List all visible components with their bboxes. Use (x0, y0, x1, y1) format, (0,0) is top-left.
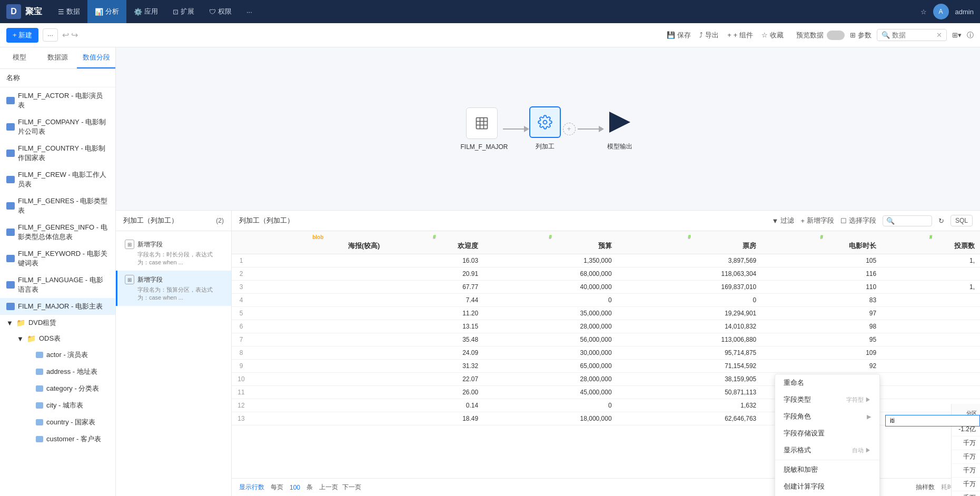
component-button[interactable]: + + 组件 (727, 31, 753, 40)
select-field-button[interactable]: ☐ 选择字段 (840, 216, 876, 225)
cell-hb (251, 399, 385, 412)
col-header-ys[interactable]: # 预算 (483, 231, 617, 254)
sidebar-item-major[interactable]: FILM_F_MAJOR - 电影主表 (0, 298, 115, 315)
flow-connector-1 (503, 126, 529, 132)
cell-ys: 40,000,000 (483, 281, 617, 294)
save-button[interactable]: 💾 保存 (667, 31, 691, 40)
col-type-hyd: # (390, 234, 478, 240)
content-area: FILM_F_MAJOR 列加工 (116, 47, 980, 496)
more-button[interactable]: ··· (43, 28, 58, 42)
table-icon (6, 303, 15, 310)
refresh-button[interactable]: ↻ (938, 217, 944, 225)
table-icon (6, 202, 15, 210)
preview-switch[interactable] (827, 31, 845, 40)
svg-rect-0 (476, 117, 487, 128)
nav-item-analysis[interactable]: 📊 分析 (87, 0, 126, 23)
step-desc-2: 字段名为：预算分区，表达式为：case when ... (125, 286, 224, 302)
clear-search-icon[interactable]: ✕ (936, 31, 942, 39)
count-link[interactable]: 100 (290, 484, 300, 491)
undo-button[interactable]: ↩ (62, 30, 69, 40)
new-field-button[interactable]: + 新增字段 (800, 216, 834, 225)
step-item-1[interactable]: ⊞ 新增字段 字段名为：时长分段，表达式为：case when ... (116, 235, 231, 271)
ctx-field-storage[interactable]: 字段存储设置 (775, 425, 879, 442)
new-button[interactable]: + 新建 (6, 28, 38, 43)
search-input[interactable] (892, 31, 934, 39)
nav-item-apps[interactable]: ⚙️ 应用 (126, 0, 165, 23)
next-button[interactable]: 下一页 (342, 483, 361, 492)
sidebar-item-actor-dvd[interactable]: actor - 演员表 (29, 346, 115, 363)
layout-button[interactable]: ⊞▾ (952, 31, 962, 39)
ctx-display-format[interactable]: 显示格式 自动 ▶ (775, 442, 879, 459)
ctx-field-type[interactable]: 字段类型 字符型 ▶ (775, 391, 879, 408)
sidebar-item-country[interactable]: FILM_F_COUNTRY - 电影制作国家表 (0, 140, 115, 166)
sidebar-item-category[interactable]: category - 分类表 (29, 380, 115, 397)
info-button[interactable]: ⓘ (967, 31, 974, 40)
col-header-hyd[interactable]: # 欢迎度 (385, 231, 483, 254)
col-name-ys: 预算 (489, 241, 611, 251)
process-node-label: 列加工 (536, 142, 555, 151)
table-search-input[interactable] (897, 217, 928, 224)
export-button[interactable]: ⤴ 导出 (699, 31, 719, 40)
cell-hyd: 31.32 (385, 360, 483, 373)
cell-rownum: 4 (232, 294, 251, 307)
ctx-rename-input[interactable]: iti (885, 415, 980, 426)
sidebar-item-keyword[interactable]: FILM_F_KEYWORD - 电影关键词表 (0, 245, 115, 272)
cell-rownum: 5 (232, 307, 251, 320)
sidebar-item-customer[interactable]: customer - 客户表 (29, 431, 115, 448)
ctx-rename[interactable]: 重命名 (775, 374, 879, 391)
extend-icon: ⊡ (173, 8, 179, 16)
flow-node-process[interactable]: 列加工 (529, 106, 561, 151)
filter-button[interactable]: ▼ 过滤 (772, 216, 795, 225)
col-header-hb[interactable]: blob 海报(较高) (251, 231, 385, 254)
flow-node-source[interactable]: FILM_F_MAJOR (461, 107, 503, 151)
prev-button[interactable]: 上一页 (319, 483, 338, 492)
col-header-dysc[interactable]: # 电影时长 (761, 231, 882, 254)
param-button[interactable]: ⊞ 参数 (850, 31, 872, 40)
add-node-button[interactable]: + (563, 123, 576, 135)
nav-item-more[interactable]: ··· (239, 0, 260, 23)
table-row: 9 31.32 65,000,000 71,154,592 92 (232, 360, 980, 373)
steps-title: 列加工（列加工） (123, 216, 178, 225)
favorite-icon[interactable]: ☆ (920, 8, 927, 16)
sidebar-item-genres-info[interactable]: FILM_F_GENRES_INFO - 电影类型总体信息表 (0, 219, 115, 245)
table-toolbar: 列加工（列加工） ▼ 过滤 + 新增字段 ☐ 选择字段 (232, 211, 980, 231)
sidebar-item-country-dvd[interactable]: country - 国家表 (29, 414, 115, 431)
show-rows-link[interactable]: 显示行数 (239, 483, 264, 492)
steps-panel: 列加工（列加工） (2) ⊞ 新增字段 字段名为：时长分段，表达式为：case … (116, 211, 232, 496)
sidebar-item-genres[interactable]: FILM_F_GENRES - 电影类型表 (0, 193, 115, 219)
cell-ps: 1,632 (617, 399, 762, 412)
cell-ps: 62,646,763 (617, 412, 762, 425)
ctx-field-role[interactable]: 字段角色 ▶ (775, 408, 879, 425)
ctx-create-calc[interactable]: 创建计算字段 (775, 478, 879, 495)
sidebar-item-actor[interactable]: FILM_F_ACTOR - 电影演员表 (0, 87, 115, 114)
sidebar-item-company[interactable]: FILM_F_COMPANY - 电影制片公司表 (0, 114, 115, 140)
tab-datasource[interactable]: 数据源 (38, 47, 77, 68)
logo-box: D (6, 4, 21, 19)
tab-model[interactable]: 模型 (0, 47, 38, 68)
sidebar: 模型 数据源 数值分段 名称 FILM_F_ACTOR - 电影演员表 FILM… (0, 47, 116, 496)
sidebar-item-language[interactable]: FILM_F_LANGUAGE - 电影语言表 (0, 272, 115, 298)
cell-tps (882, 373, 980, 386)
cell-ys: 1,350,000 (483, 254, 617, 267)
redo-button[interactable]: ↪ (71, 30, 78, 40)
table-toolbar-title: 列加工（列加工） (239, 216, 294, 225)
col-header-ps[interactable]: # 票房 (617, 231, 762, 254)
ctx-field-type-label: 字段类型 (784, 395, 811, 404)
ctx-desensitize[interactable]: 脱敏和加密 (775, 461, 879, 478)
folder-dvd[interactable]: ▼ 📁 DVD租赁 (0, 315, 115, 331)
sidebar-item-address[interactable]: address - 地址表 (29, 363, 115, 380)
collect-button[interactable]: ☆ 收藏 (761, 31, 784, 40)
toolbar-center: 💾 保存 ⤴ 导出 + + 组件 ☆ 收藏 (667, 31, 784, 40)
sql-button[interactable]: SQL (951, 215, 973, 226)
tab-numeric[interactable]: 数值分段 (77, 47, 115, 68)
flow-node-output[interactable]: 模型输出 (604, 106, 636, 151)
folder-ods[interactable]: ▼ 📁 ODS表 (11, 331, 115, 346)
nav-item-permissions[interactable]: 🛡 权限 (202, 0, 239, 23)
nav-item-extend[interactable]: ⊡ 扩展 (165, 0, 202, 23)
sidebar-item-city[interactable]: city - 城市表 (29, 397, 115, 414)
nav-item-data[interactable]: ☰ 数据 (51, 0, 87, 23)
table-icon (6, 229, 15, 236)
step-item-2[interactable]: ⊞ 新增字段 字段名为：预算分区，表达式为：case when ... (116, 271, 231, 306)
sidebar-item-crew[interactable]: FILM_F_CREW - 电影工作人员表 (0, 166, 115, 193)
col-header-tps[interactable]: # 投票数 (882, 231, 980, 254)
